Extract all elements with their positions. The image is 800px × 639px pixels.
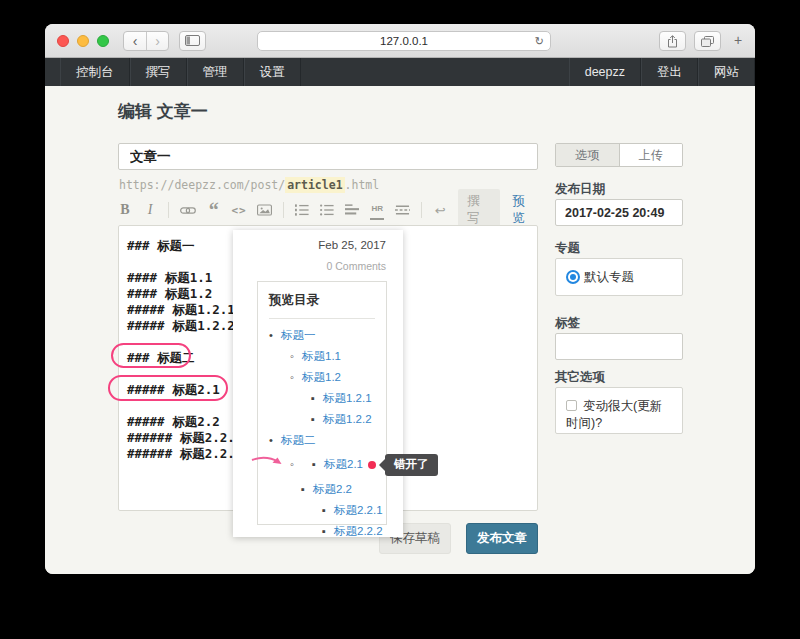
annotation-circle-h2-1: [108, 375, 228, 401]
post-url: https://deepzz.com/post/article1.html: [119, 178, 379, 192]
toolbar-divider: [168, 202, 169, 218]
tabs-icon: [701, 36, 714, 47]
square-bullet: ▪: [312, 457, 324, 472]
heading-button[interactable]: [345, 200, 359, 220]
address-bar[interactable]: 127.0.0.1 ↻: [257, 31, 551, 51]
unordered-list-button[interactable]: [320, 200, 334, 220]
italic-button[interactable]: I: [143, 200, 157, 220]
image-icon: [257, 204, 272, 216]
toc-box: 预览目录 •标题一 ◦标题1.1 ◦标题1.2 ▪标题1.2.1 ▪标题1.2.…: [257, 281, 387, 525]
nav-item-site[interactable]: 网站: [698, 58, 755, 86]
tab-overview-button[interactable]: [694, 31, 721, 51]
page-break-icon: [395, 204, 410, 216]
share-button[interactable]: [659, 31, 686, 51]
ordered-list-icon: [295, 204, 309, 216]
toc-title: 预览目录: [269, 292, 375, 319]
sidebar-icon: [185, 35, 200, 46]
other-options-label: 其它选项: [555, 369, 605, 386]
quote-button[interactable]: “: [207, 200, 221, 220]
toc-link[interactable]: 标题二: [281, 434, 316, 446]
tags-label: 标签: [555, 315, 580, 332]
square-bullet: ▪: [322, 503, 334, 518]
circle-bullet: ◦: [290, 370, 302, 385]
bold-button[interactable]: B: [118, 200, 132, 220]
page-break-button[interactable]: [395, 200, 410, 220]
square-bullet: ▪: [311, 391, 323, 406]
checkbox-label[interactable]: 变动很大(更新时间)?: [566, 399, 662, 430]
toc-link[interactable]: 标题2.2: [313, 483, 352, 495]
nav-item-settings[interactable]: 设置: [244, 58, 301, 86]
close-window-button[interactable]: [57, 35, 69, 47]
tags-input[interactable]: [555, 333, 683, 360]
editor-toolbar: B I “ <>: [118, 198, 538, 222]
forward-button[interactable]: ›: [146, 32, 168, 50]
toc-link[interactable]: 标题2.1: [324, 458, 363, 470]
page-title: 编辑 文章一: [118, 100, 208, 123]
toc-misaligned-row: ◦▪标题2.1错开了: [290, 454, 375, 476]
new-tab-button[interactable]: +: [729, 31, 747, 51]
toc-link[interactable]: 标题1.2.2: [323, 413, 372, 425]
back-button[interactable]: ‹: [124, 32, 146, 50]
topic-box: 默认专题: [555, 258, 683, 296]
reload-icon[interactable]: ↻: [535, 32, 544, 50]
tab-options[interactable]: 选项: [556, 144, 620, 166]
topic-label: 专题: [555, 240, 580, 257]
address-text: 127.0.0.1: [380, 35, 428, 47]
publish-button[interactable]: 发布文章: [466, 523, 538, 554]
history-nav: ‹ ›: [123, 31, 169, 51]
undo-button[interactable]: ↩: [433, 200, 447, 220]
nav-spacer: [301, 58, 569, 86]
sidebar-tabs: 选项 上传: [555, 143, 683, 167]
nav-item-manage[interactable]: 管理: [187, 58, 244, 86]
toolbar-divider: [283, 202, 284, 218]
minimize-window-button[interactable]: [77, 35, 89, 47]
post-title-input[interactable]: [118, 143, 538, 170]
image-button[interactable]: [257, 200, 272, 220]
ordered-list-button[interactable]: [295, 200, 309, 220]
topic-option-label[interactable]: 默认专题: [584, 269, 634, 286]
toc-link[interactable]: 标题1.1: [302, 350, 341, 362]
tab-upload[interactable]: 上传: [620, 144, 683, 166]
toc-link[interactable]: 标题1.2: [302, 371, 341, 383]
toc-link[interactable]: 标题1.2.1: [323, 392, 372, 404]
url-prefix: https://deepzz.com/post/: [119, 178, 285, 192]
circle-bullet: ◦: [290, 349, 302, 364]
sidebar-toggle-button[interactable]: [179, 31, 206, 51]
nav-item-logout[interactable]: 登出: [641, 58, 698, 86]
zoom-window-button[interactable]: [97, 35, 109, 47]
annotation-tooltip: 错开了: [385, 454, 438, 476]
annotation-dot: [368, 461, 376, 469]
publish-date-input[interactable]: [555, 199, 683, 226]
horizontal-rule-button[interactable]: HR: [370, 200, 384, 220]
square-bullet: ▪: [322, 524, 334, 539]
toc-link[interactable]: 标题2.2.1: [334, 504, 383, 516]
toc-link[interactable]: 标题2.2.2: [334, 525, 383, 537]
annotation-circle-h2: [111, 343, 191, 368]
page-content: 编辑 文章一 https://deepzz.com/post/article1.…: [45, 86, 755, 574]
nav-item-console[interactable]: 控制台: [60, 58, 130, 86]
link-icon: [180, 206, 196, 215]
post-date: Feb 25, 2017: [318, 239, 386, 251]
url-slug: article1: [285, 177, 344, 193]
toc-link[interactable]: 标题一: [281, 329, 316, 341]
preview-panel: Feb 25, 2017 0 Comments 预览目录 •标题一 ◦标题1.1…: [233, 230, 403, 537]
circle-bullet: ◦: [290, 457, 302, 472]
code-button[interactable]: <>: [232, 200, 246, 220]
url-suffix: .html: [345, 178, 380, 192]
disc-bullet: •: [269, 328, 281, 343]
heading-icon: [345, 204, 359, 216]
checkbox-icon[interactable]: [566, 400, 577, 411]
browser-titlebar: ‹ › 127.0.0.1 ↻: [45, 24, 755, 58]
comments-count: 0 Comments: [326, 260, 386, 272]
radio-selected-icon[interactable]: [570, 274, 576, 280]
nav-item-user[interactable]: deepzz: [569, 58, 641, 86]
square-bullet: ▪: [311, 412, 323, 427]
link-button[interactable]: [180, 200, 196, 220]
toolbar-divider: [421, 202, 422, 218]
other-options-box: 变动很大(更新时间)?: [555, 387, 683, 434]
annotation-arrow-icon: [250, 454, 286, 468]
nav-item-write[interactable]: 撰写: [130, 58, 187, 86]
publish-date-label: 发布日期: [555, 181, 605, 198]
unordered-list-icon: [320, 204, 334, 216]
share-icon: [667, 35, 678, 48]
